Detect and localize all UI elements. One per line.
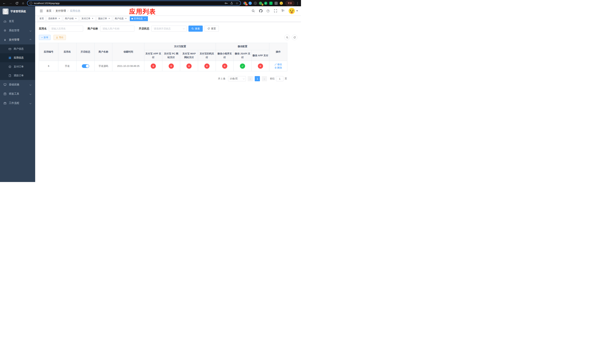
sidebar-item-infra[interactable]: 基础设施 bbox=[0, 80, 35, 89]
browser-menu-icon[interactable]: ⋮ bbox=[296, 1, 299, 5]
col-header-status: 开启状态 bbox=[76, 43, 95, 61]
tag-merchant-info[interactable]: 商户信息× bbox=[113, 16, 129, 21]
fullscreen-icon[interactable] bbox=[274, 9, 277, 13]
page-size-select[interactable]: 10条/页 bbox=[228, 76, 246, 81]
col-header-app-id: 应用编号 bbox=[39, 43, 58, 61]
toggle-search-button[interactable] bbox=[284, 35, 290, 40]
user-menu[interactable] bbox=[288, 8, 298, 14]
close-icon[interactable]: × bbox=[58, 17, 61, 20]
edit-button[interactable]: 修改 bbox=[275, 63, 282, 66]
col-header-alipay-pc: 支付宝 PC 网站支付 bbox=[162, 50, 180, 61]
pagination-total: 共 1 条 bbox=[218, 77, 226, 80]
help-icon[interactable]: ? bbox=[266, 9, 270, 13]
trash-icon bbox=[275, 67, 277, 69]
extension-chat-icon[interactable] bbox=[269, 2, 272, 5]
reset-button[interactable]: 重置 bbox=[204, 26, 219, 32]
chevron-down-icon bbox=[30, 30, 32, 32]
password-key-icon[interactable] bbox=[225, 2, 228, 5]
extension-badge: 10 bbox=[245, 4, 248, 6]
group-header-alipay: 支付宝配置 bbox=[144, 43, 216, 50]
sidebar-item-payment[interactable]: ¥ 支付管理 bbox=[0, 35, 35, 44]
sidebar-item-refund-order[interactable]: 退款订单 bbox=[0, 71, 35, 80]
next-page-button[interactable]: › bbox=[262, 76, 267, 81]
sidebar-item-workflow[interactable]: 工作流程 bbox=[0, 98, 35, 108]
close-icon[interactable]: × bbox=[91, 17, 94, 20]
sidebar-item-devtools[interactable]: 研发工具 bbox=[0, 89, 35, 98]
sidebar-item-system[interactable]: ⚙ 系统管理 bbox=[0, 26, 35, 35]
col-header-actions: 操作 bbox=[269, 43, 287, 61]
extension-translate-icon[interactable]: 1 bbox=[259, 2, 262, 5]
sidebar-toggle-icon[interactable] bbox=[38, 8, 44, 14]
status-label: 开启状态 bbox=[139, 27, 149, 30]
page-number-button[interactable]: 1 bbox=[255, 76, 260, 81]
export-button[interactable]: 导出 bbox=[54, 35, 66, 40]
url-text: localhost:1024/pay/app bbox=[34, 2, 223, 5]
back-icon[interactable]: ← bbox=[2, 1, 7, 6]
document-icon bbox=[8, 74, 11, 77]
chevron-down-icon bbox=[30, 84, 32, 86]
merchant-name-input[interactable] bbox=[100, 26, 134, 32]
sidebar-item-label: 应用信息 bbox=[14, 56, 32, 59]
col-header-alipay-qr: 支付宝扫码支付 bbox=[198, 50, 216, 61]
delete-button[interactable]: 删除 bbox=[275, 66, 282, 69]
home-icon[interactable]: ⌂ bbox=[21, 1, 26, 6]
extension-face-icon[interactable] bbox=[280, 2, 283, 5]
sidebar-item-home[interactable]: 首页 bbox=[0, 17, 35, 26]
extension-puzzle-icon[interactable]: 10 bbox=[243, 2, 247, 5]
add-button[interactable]: + 新增 bbox=[39, 35, 51, 40]
app-name-label: 应用名 bbox=[39, 27, 47, 30]
tag-home[interactable]: 首页 bbox=[38, 16, 45, 21]
share-icon[interactable] bbox=[230, 2, 233, 5]
extension-puzzle2-icon[interactable] bbox=[275, 2, 278, 5]
dashboard-icon bbox=[3, 20, 7, 23]
app-name-input[interactable] bbox=[49, 26, 83, 32]
top-navbar: 首页 / 支付管理 / 应用信息 应用列表 ? bbox=[35, 6, 301, 16]
sidebar-item-label: 支付管理 bbox=[9, 38, 28, 42]
extension-drop-icon[interactable] bbox=[249, 2, 252, 5]
alipay-wap-status-icon: × bbox=[186, 64, 192, 69]
status-select[interactable]: 请选择开启状态 bbox=[151, 26, 187, 32]
app-title: 芋道管理系统 bbox=[10, 10, 26, 13]
site-info-icon[interactable]: i bbox=[30, 2, 32, 5]
close-icon[interactable]: × bbox=[108, 17, 110, 20]
alipay-app-status-icon: × bbox=[151, 64, 156, 69]
close-icon[interactable]: × bbox=[75, 17, 77, 20]
tag-refund-order[interactable]: 退款订单× bbox=[97, 16, 112, 21]
sidebar-item-app-info[interactable]: 应用信息 bbox=[0, 53, 35, 62]
cell-actions: 修改 删除 bbox=[269, 61, 287, 71]
goto-page-input[interactable] bbox=[276, 76, 283, 81]
caret-down-icon bbox=[296, 10, 298, 11]
tag-process-form[interactable]: 流程表单× bbox=[46, 16, 62, 21]
page-content: 应用名 商户名称 开启状态 请选择开启状态 搜索 bbox=[35, 22, 301, 182]
forward-icon[interactable]: → bbox=[8, 1, 13, 6]
prev-page-button[interactable]: ‹ bbox=[248, 76, 253, 81]
app-logo-row[interactable]: 芋道管理系统 bbox=[0, 6, 35, 17]
search-icon[interactable] bbox=[251, 9, 255, 13]
reload-icon[interactable] bbox=[14, 1, 19, 6]
tag-user-group[interactable]: 用户分组× bbox=[63, 16, 79, 21]
breadcrumb: 首页 / 支付管理 / 应用信息 bbox=[46, 9, 80, 13]
table-toolbar: + 新增 导出 bbox=[39, 35, 297, 40]
tag-pay-order[interactable]: 支付订单× bbox=[80, 16, 96, 21]
refresh-button[interactable] bbox=[292, 35, 297, 40]
extension-badge: 1 bbox=[262, 4, 263, 6]
cell-created: 2021-10-23 08:49:25 bbox=[112, 61, 144, 71]
sidebar-item-pay-order[interactable]: 支付订单 bbox=[0, 62, 35, 71]
goto-suffix: 页 bbox=[285, 77, 287, 80]
close-icon[interactable]: × bbox=[125, 17, 127, 20]
enabled-toggle[interactable] bbox=[82, 64, 89, 68]
browser-update-button[interactable]: 更新 bbox=[285, 1, 294, 6]
extension-dark-icon[interactable] bbox=[254, 2, 257, 5]
extension-adguard-icon[interactable]: ✓ bbox=[264, 2, 267, 5]
sidebar-item-merchant-info[interactable]: 商户信息 bbox=[0, 44, 35, 53]
breadcrumb-payment[interactable]: 支付管理 bbox=[55, 9, 66, 13]
search-button[interactable]: 搜索 bbox=[188, 26, 203, 32]
close-icon[interactable]: × bbox=[144, 17, 146, 20]
bookmark-star-icon[interactable]: ☆ bbox=[236, 1, 238, 5]
address-bar[interactable]: i localhost:1024/pay/app ☆ bbox=[27, 0, 241, 6]
font-size-icon[interactable]: TT bbox=[281, 9, 285, 13]
tag-app-info[interactable]: 应用信息× bbox=[130, 16, 148, 21]
breadcrumb-home[interactable]: 首页 bbox=[46, 9, 52, 13]
avatar bbox=[288, 8, 295, 14]
github-icon[interactable] bbox=[259, 9, 262, 13]
